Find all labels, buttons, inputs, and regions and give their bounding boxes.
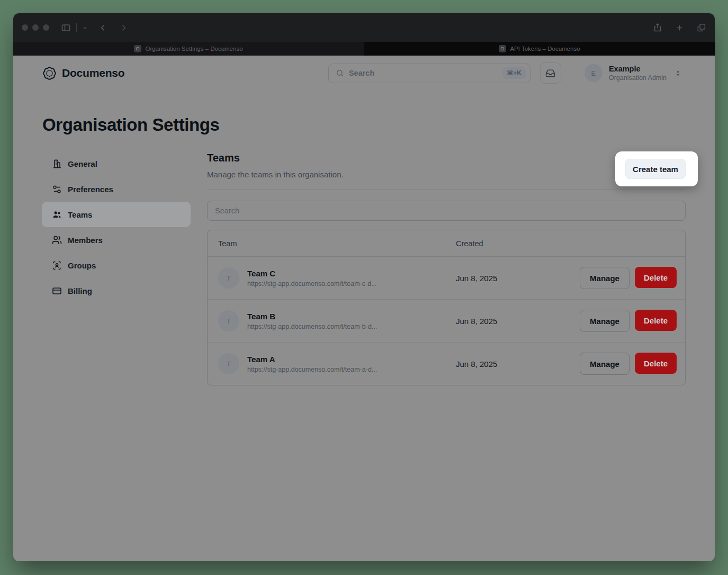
avatar: E — [585, 64, 603, 82]
user-name: Example — [609, 65, 667, 74]
sidebar-toggle-icon[interactable] — [61, 23, 71, 33]
browser-toolbar — [13, 13, 715, 42]
search-placeholder: Search — [349, 69, 374, 77]
team-created: Jun 8, 2025 — [456, 317, 497, 326]
app-header: Documenso Search ⌘+K E Example Organisat… — [13, 56, 715, 91]
inbox-button[interactable] — [540, 62, 561, 84]
team-created: Jun 8, 2025 — [456, 360, 497, 369]
documenso-logo[interactable]: Documenso — [42, 66, 124, 80]
section-subtitle: Manage the teams in this organisation. — [207, 170, 686, 179]
browser-window: Organisation Settings – Documenso API To… — [13, 13, 715, 561]
team-url: https://stg-app.documenso.com/t/team-c-d… — [247, 280, 377, 288]
search-shortcut-badge: ⌘+K — [502, 67, 526, 79]
team-url: https://stg-app.documenso.com/t/team-b-d… — [247, 323, 377, 330]
chevron-down-icon[interactable] — [82, 25, 88, 31]
sidebar-item-label: Preferences — [68, 185, 113, 194]
page-content: Documenso Search ⌘+K E Example Organisat… — [13, 56, 715, 561]
table-row: T Team C https://stg-app.documenso.com/t… — [208, 257, 685, 300]
sidebar-item-label: Groups — [68, 261, 96, 270]
sidebar-item-label: Teams — [68, 210, 92, 219]
teams-search-input[interactable] — [207, 201, 686, 221]
delete-button[interactable]: Delete — [635, 353, 677, 374]
back-icon[interactable] — [98, 23, 107, 32]
sliders-icon — [52, 184, 62, 194]
tab-api-tokens[interactable]: API Tokens – Documenso — [364, 42, 715, 56]
team-created: Jun 8, 2025 — [456, 274, 497, 283]
search-icon — [336, 69, 344, 77]
table-row: T Team B https://stg-app.documenso.com/t… — [208, 300, 685, 343]
delete-button[interactable]: Delete — [635, 267, 677, 288]
sidebar-item-teams[interactable]: Teams — [42, 202, 191, 227]
sidebar-item-label: Billing — [68, 286, 92, 295]
new-tab-icon[interactable] — [675, 23, 684, 32]
tab-overview-icon[interactable] — [697, 23, 706, 32]
team-avatar: T — [218, 310, 239, 331]
teams-section: Teams Manage the teams in this organisat… — [207, 151, 686, 385]
toolbar-divider — [76, 23, 77, 32]
sidebar-item-members[interactable]: Members — [42, 227, 191, 253]
manage-button[interactable]: Manage — [580, 353, 630, 375]
inbox-icon — [545, 68, 555, 78]
badge-seal-icon — [42, 66, 57, 80]
column-created: Created — [456, 239, 675, 248]
team-name: Team A — [247, 355, 377, 364]
tab-organisation-settings[interactable]: Organisation Settings – Documenso — [13, 42, 364, 56]
team-name: Team C — [247, 269, 377, 278]
table-row: T Team A https://stg-app.documenso.com/t… — [208, 343, 685, 385]
section-title: Teams — [207, 152, 686, 164]
divider — [207, 190, 686, 190]
users-icon — [52, 235, 62, 245]
team-name: Team B — [247, 312, 377, 321]
table-header: Team Created — [208, 230, 685, 257]
manage-button[interactable]: Manage — [580, 267, 630, 289]
building-icon — [52, 159, 62, 169]
create-team-button[interactable]: Create team — [625, 159, 686, 179]
settings-sidebar: General Preferences Teams Members Groups — [42, 151, 191, 385]
window-controls — [22, 24, 49, 31]
team-avatar: T — [218, 353, 239, 374]
manage-button[interactable]: Manage — [580, 310, 630, 332]
delete-button[interactable]: Delete — [635, 310, 677, 331]
sidebar-item-billing[interactable]: Billing — [42, 278, 191, 303]
forward-icon[interactable] — [119, 23, 128, 32]
share-icon[interactable] — [653, 23, 662, 32]
brand-name: Documenso — [62, 67, 124, 79]
zoom-window-button[interactable] — [43, 24, 49, 31]
tab-title: Organisation Settings – Documenso — [145, 46, 242, 52]
tab-bar: Organisation Settings – Documenso API To… — [13, 42, 715, 56]
user-brackets-icon — [52, 260, 62, 271]
credit-card-icon — [52, 286, 62, 296]
documenso-favicon-icon — [499, 45, 506, 52]
tab-title: API Tokens – Documenso — [510, 46, 580, 52]
sidebar-item-groups[interactable]: Groups — [42, 253, 191, 278]
global-search[interactable]: Search ⌘+K — [328, 64, 531, 83]
chevrons-up-down-icon — [674, 69, 682, 77]
sidebar-item-general[interactable]: General — [42, 151, 191, 176]
page-title: Organisation Settings — [42, 115, 715, 135]
column-team: Team — [218, 239, 456, 248]
user-menu[interactable]: E Example Organisation Admin — [585, 64, 682, 82]
documenso-favicon-icon — [134, 45, 141, 52]
sidebar-item-preferences[interactable]: Preferences — [42, 176, 191, 202]
sidebar-item-label: Members — [68, 236, 103, 245]
teams-table: Team Created T Team C https://stg-app.do… — [207, 230, 686, 385]
users-filled-icon — [52, 210, 62, 220]
onboarding-spotlight: Create team — [615, 151, 698, 186]
team-url: https://stg-app.documenso.com/t/team-a-d… — [247, 366, 377, 373]
sidebar-item-label: General — [68, 159, 97, 168]
user-role: Organisation Admin — [609, 74, 667, 82]
close-window-button[interactable] — [22, 24, 28, 31]
minimize-window-button[interactable] — [32, 24, 39, 31]
team-avatar: T — [218, 267, 239, 289]
